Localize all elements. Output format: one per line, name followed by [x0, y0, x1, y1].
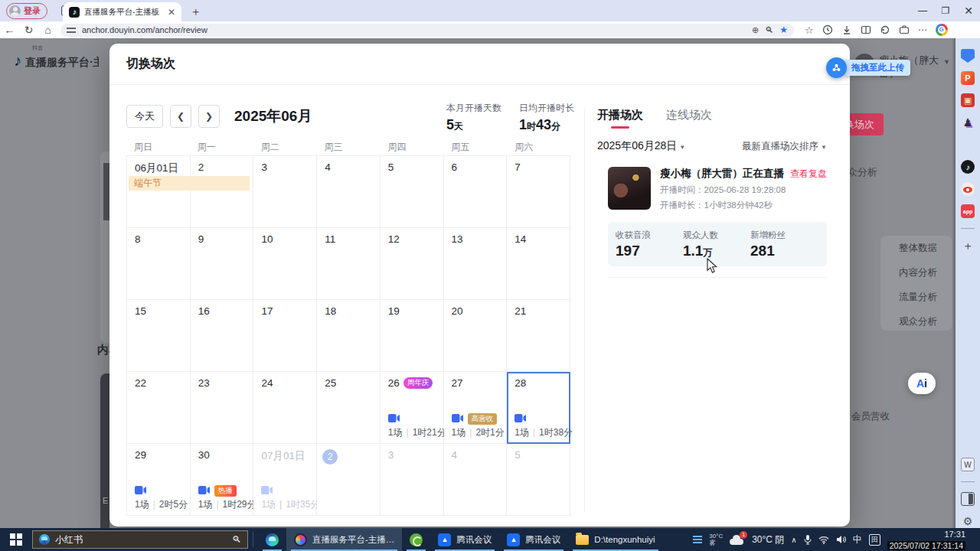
- bookmark-filled-icon[interactable]: ★: [779, 24, 788, 35]
- right-nav-item[interactable]: 观众分析: [899, 315, 937, 328]
- calendar-day-cell[interactable]: 21: [507, 300, 570, 372]
- downloads-icon[interactable]: [841, 24, 852, 35]
- browser-tab-active[interactable]: ♪ 直播服务平台-主播板 ✕: [63, 2, 181, 21]
- microsoft-apps-icon[interactable]: [961, 138, 975, 152]
- calendar-day-cell[interactable]: 4: [317, 156, 381, 228]
- minimize-button[interactable]: —: [911, 0, 934, 21]
- browser-profile-chip[interactable]: 登录: [6, 3, 47, 19]
- right-nav-item[interactable]: 整体数据: [899, 242, 937, 255]
- tab-close-icon[interactable]: ✕: [168, 8, 175, 17]
- microphone-icon[interactable]: [804, 534, 812, 545]
- calendar-day-cell[interactable]: 16: [191, 300, 254, 372]
- calendar-day-cell[interactable]: 15: [127, 300, 191, 372]
- calendar-day-cell[interactable]: 26周年庆1场|1时21分: [381, 372, 444, 444]
- calendar-day-cell[interactable]: 11: [317, 228, 381, 300]
- tiktok-icon[interactable]: ♪: [961, 160, 975, 174]
- home-icon[interactable]: ⌂: [38, 24, 57, 36]
- toolbox-icon[interactable]: ▣: [961, 93, 975, 107]
- session-restore-icon[interactable]: [880, 24, 890, 35]
- calendar-day-cell[interactable]: 27高营收1场|2时1分: [444, 372, 508, 444]
- right-nav-item[interactable]: 内容分析: [899, 266, 937, 279]
- weibo-icon[interactable]: [961, 182, 975, 196]
- cloud-upload-icon[interactable]: [826, 57, 847, 78]
- calendar-day-cell[interactable]: 30热播1场|1时29分: [191, 444, 254, 516]
- workspaces-briefcase-icon[interactable]: [899, 24, 910, 35]
- prev-month-button[interactable]: ❮: [170, 105, 191, 128]
- view-review-link[interactable]: 查看复盘: [790, 168, 827, 181]
- ime-language-label[interactable]: 中: [853, 533, 862, 546]
- start-button[interactable]: [0, 528, 32, 551]
- back-icon[interactable]: ←: [0, 24, 19, 36]
- calendar-day-cell[interactable]: 291场|2时5分: [127, 444, 191, 516]
- calendar-day-cell[interactable]: 8: [127, 228, 191, 300]
- calendar-day-cell[interactable]: 2: [191, 156, 254, 228]
- today-button[interactable]: 今天: [126, 105, 163, 128]
- tray-menu-icon[interactable]: [693, 536, 702, 543]
- taskbar-live-platform-app[interactable]: 直播服务平台-主播…: [286, 528, 402, 551]
- red-app-icon[interactable]: app: [961, 204, 975, 218]
- taskbar-meeting-app-1[interactable]: ▲ 腾讯会议: [430, 528, 499, 551]
- calendar-day-cell[interactable]: 22: [127, 372, 191, 444]
- calendar-day-cell[interactable]: 24: [253, 372, 317, 444]
- split-screen-icon[interactable]: [861, 24, 871, 35]
- close-button[interactable]: ✕: [957, 0, 980, 21]
- weather-temp-label[interactable]: 30°C 阴: [752, 533, 784, 546]
- calendar-day-cell[interactable]: 3: [381, 444, 444, 516]
- more-menu-icon[interactable]: ⋯: [918, 24, 927, 35]
- calendar-day-cell[interactable]: 17: [253, 300, 317, 372]
- calendar-day-cell[interactable]: 25: [317, 372, 381, 444]
- restore-button[interactable]: ❐: [934, 0, 957, 21]
- weather-cloud-icon[interactable]: 1: [730, 534, 745, 545]
- sidebar-toggle-icon[interactable]: [961, 492, 975, 506]
- reload-icon[interactable]: ↻: [19, 24, 38, 36]
- calendar-day-cell[interactable]: 2: [317, 444, 381, 516]
- add-sidebar-app-icon[interactable]: ＋: [961, 239, 975, 253]
- calendar-day-cell[interactable]: 6: [444, 156, 508, 228]
- calendar-day-cell[interactable]: 4: [444, 444, 508, 516]
- zoom-icon[interactable]: 🔍︎: [765, 25, 773, 34]
- calendar-day-cell[interactable]: 19: [381, 300, 444, 372]
- calendar-day-cell[interactable]: 9: [191, 228, 254, 300]
- calendar-day-cell[interactable]: 14: [507, 228, 570, 300]
- right-nav-item[interactable]: 流量分析: [899, 291, 937, 304]
- taskbar-green-app[interactable]: [402, 528, 430, 551]
- taskbar-folder-window[interactable]: D:\tengxunhuiyi: [568, 528, 662, 551]
- new-tab-button[interactable]: ＋: [190, 5, 201, 19]
- history-clock-icon[interactable]: [822, 24, 833, 35]
- upload-float-widget[interactable]: 拖拽至此上传: [826, 57, 910, 78]
- wifi-icon[interactable]: [818, 536, 829, 544]
- taskbar-search-box[interactable]: 小红书 🔍︎: [32, 530, 248, 549]
- wikipedia-icon[interactable]: W: [961, 458, 975, 471]
- calendar-day-cell[interactable]: 5: [381, 156, 444, 228]
- weather-small[interactable]: 30°C 雾: [709, 533, 723, 546]
- calendar-day-cell[interactable]: 18: [317, 300, 381, 372]
- sort-dropdown[interactable]: 最新直播场次排序▼: [742, 140, 827, 153]
- taskbar-edge-app[interactable]: [258, 528, 286, 551]
- calendar-day-cell[interactable]: 06月01日端午节: [127, 156, 191, 228]
- favorites-icon[interactable]: ☆: [805, 24, 814, 36]
- calendar-day-cell[interactable]: 12: [381, 228, 444, 300]
- tray-expand-icon[interactable]: ∧: [791, 536, 796, 544]
- calendar-day-cell[interactable]: 20: [444, 300, 508, 372]
- calendar-day-cell[interactable]: 23: [191, 372, 254, 444]
- install-app-icon[interactable]: ⊕: [752, 25, 759, 35]
- calendar-day-cell[interactable]: 10: [253, 228, 317, 300]
- ime-mode-icon[interactable]: 田: [869, 534, 880, 546]
- ai-assistant-button[interactable]: Ai: [908, 373, 936, 394]
- site-info-icon[interactable]: [67, 26, 76, 34]
- taskbar-meeting-app-2[interactable]: ▲ 腾讯会议: [499, 528, 568, 551]
- session-tab-inactive[interactable]: 连线场次: [666, 108, 712, 133]
- calendar-day-cell[interactable]: 3: [253, 156, 317, 228]
- taskbar-clock[interactable]: 17:31 2025/07/02 17:31:14: [887, 528, 965, 551]
- shopping-tag-icon[interactable]: [961, 49, 975, 63]
- calendar-day-cell[interactable]: 07月01日1场|1时35分: [253, 444, 317, 516]
- office-app-icon[interactable]: P: [961, 71, 975, 85]
- address-bar[interactable]: anchor.douyin.com/anchor/review ⊕ 🔍︎ ★: [60, 24, 794, 37]
- calendar-day-cell[interactable]: 7: [507, 156, 570, 228]
- calendar-day-cell[interactable]: 281场|1时38分: [507, 372, 570, 444]
- session-tab-active[interactable]: 开播场次: [597, 108, 643, 133]
- date-filter-dropdown[interactable]: 2025年06月28日▼: [597, 139, 685, 153]
- google-account-avatar[interactable]: G: [936, 24, 948, 36]
- games-chess-icon[interactable]: ♟: [961, 116, 975, 129]
- calendar-day-cell[interactable]: 13: [444, 228, 508, 300]
